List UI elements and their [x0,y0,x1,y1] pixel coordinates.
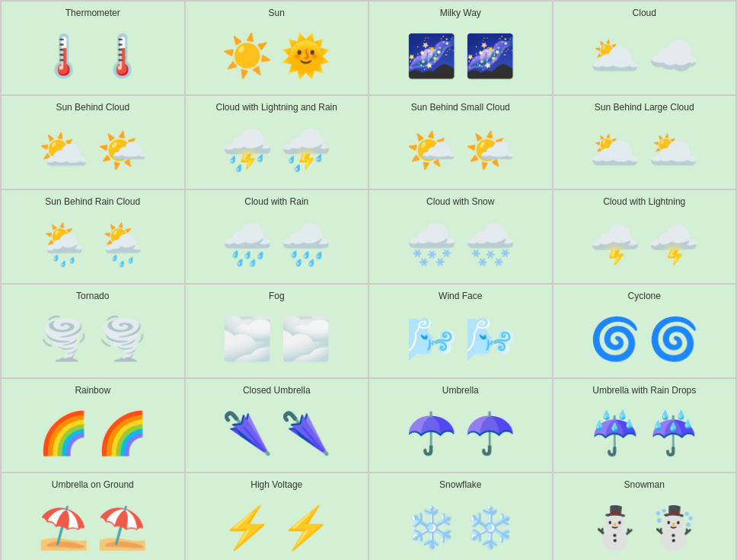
emoji-row-17: 🌂🌂 [222,400,331,466]
emoji-16-1: 🌈 [97,412,148,453]
emoji-row-7: 🌥️🌥️ [589,117,699,183]
emoji-15-0: 🌀 [589,318,640,359]
emoji-row-8: 🌦️🌦️ [38,212,148,277]
emoji-row-23: ⛄☃️ [589,495,699,560]
emoji-4-0: ⛅ [38,129,89,170]
cell-label-9: Cloud with Rain [244,196,308,207]
cell-label-11: Cloud with Lightning [603,196,685,207]
grid-cell-14: Wind Face🌬️🌬️ [369,285,552,377]
emoji-13-0: 🌫️ [222,318,273,359]
grid-cell-21: High Voltage⚡⚡ [186,473,368,560]
cell-label-19: Umbrella with Rain Drops [592,385,696,396]
emoji-19-1: ☔ [648,412,699,453]
grid-cell-11: Cloud with Lightning🌩️🌩️ [554,190,736,283]
emoji-11-1: 🌩️ [648,224,699,265]
grid-cell-4: Sun Behind Cloud⛅🌤️ [2,96,184,189]
emoji-row-6: 🌤️🌤️ [406,117,515,183]
cell-label-8: Sun Behind Rain Cloud [45,196,140,207]
emoji-9-0: 🌧️ [222,224,273,265]
emoji-5-1: ⛈️ [280,129,331,170]
emoji-row-12: 🌪️🌪️ [38,306,148,371]
emoji-21-1: ⚡ [280,507,331,548]
emoji-11-0: 🌩️ [589,224,640,265]
emoji-grid: Thermometer🌡️🌡️Sun☀️🌞Milky Way🌌🌌Cloud🌥️☁… [0,0,737,560]
grid-cell-2: Milky Way🌌🌌 [369,2,552,94]
cell-label-15: Cyclone [628,291,661,301]
emoji-9-1: 🌧️ [280,224,331,265]
emoji-8-0: 🌦️ [38,224,89,265]
cell-label-10: Cloud with Snow [426,196,494,207]
cell-label-1: Sun [269,8,285,18]
emoji-0-1: 🌡️ [97,35,148,76]
emoji-row-10: 🌨️🌨️ [406,212,515,277]
emoji-row-22: ❄️❄️ [406,495,515,560]
emoji-row-16: 🌈🌈 [38,400,148,466]
grid-cell-10: Cloud with Snow🌨️🌨️ [369,190,552,283]
cell-label-14: Wind Face [439,291,482,301]
grid-cell-19: Umbrella with Rain Drops☔☔ [554,379,736,472]
grid-cell-23: Snowman⛄☃️ [554,473,736,560]
emoji-16-0: 🌈 [38,412,89,453]
grid-cell-20: Umbrella on Ground⛱️⛱️ [2,473,184,560]
emoji-row-5: ⛈️⛈️ [222,117,331,183]
emoji-1-1: 🌞 [280,35,331,76]
emoji-row-2: 🌌🌌 [406,23,515,88]
grid-cell-0: Thermometer🌡️🌡️ [2,2,184,94]
cell-label-7: Sun Behind Large Cloud [595,102,694,113]
cell-label-20: Umbrella on Ground [52,479,134,490]
emoji-18-0: ☂️ [406,412,457,453]
emoji-5-0: ⛈️ [222,129,273,170]
emoji-0-0: 🌡️ [38,35,89,76]
emoji-row-1: ☀️🌞 [222,23,331,88]
emoji-10-0: 🌨️ [406,224,457,265]
cell-label-6: Sun Behind Small Cloud [411,102,510,113]
emoji-17-1: 🌂 [280,412,331,453]
emoji-21-0: ⚡ [222,507,273,548]
emoji-18-1: ☂️ [464,412,515,453]
emoji-row-11: 🌩️🌩️ [589,212,699,277]
grid-cell-6: Sun Behind Small Cloud🌤️🌤️ [369,96,552,189]
grid-cell-18: Umbrella☂️☂️ [369,379,552,472]
emoji-15-1: 🌀 [648,318,699,359]
grid-cell-5: Cloud with Lightning and Rain⛈️⛈️ [186,96,368,189]
emoji-row-3: 🌥️☁️ [589,23,699,88]
grid-cell-9: Cloud with Rain🌧️🌧️ [186,190,368,283]
emoji-10-1: 🌨️ [464,224,515,265]
grid-cell-13: Fog🌫️🌫️ [186,285,368,377]
cell-label-17: Closed Umbrella [243,385,311,396]
emoji-row-13: 🌫️🌫️ [222,306,331,371]
grid-cell-3: Cloud🌥️☁️ [554,2,736,94]
cell-label-22: Snowflake [439,479,481,490]
grid-cell-7: Sun Behind Large Cloud🌥️🌥️ [554,96,736,189]
grid-cell-1: Sun☀️🌞 [186,2,368,94]
grid-cell-22: Snowflake❄️❄️ [369,473,552,560]
emoji-8-1: 🌦️ [97,224,148,265]
emoji-7-0: 🌥️ [589,129,640,170]
emoji-row-21: ⚡⚡ [222,495,331,560]
emoji-14-1: 🌬️ [464,318,515,359]
cell-label-3: Cloud [633,8,656,18]
emoji-4-1: 🌤️ [97,129,148,170]
emoji-row-15: 🌀🌀 [589,306,699,371]
emoji-2-1: 🌌 [464,35,515,76]
cell-label-16: Rainbow [75,385,110,396]
emoji-6-0: 🌤️ [406,129,457,170]
emoji-23-1: ☃️ [648,507,699,548]
cell-label-23: Snowman [624,479,665,490]
emoji-20-0: ⛱️ [38,507,89,548]
emoji-22-0: ❄️ [406,507,457,548]
emoji-1-0: ☀️ [222,35,273,76]
emoji-row-18: ☂️☂️ [406,400,515,466]
emoji-22-1: ❄️ [464,507,515,548]
emoji-row-9: 🌧️🌧️ [222,212,331,277]
cell-label-5: Cloud with Lightning and Rain [216,102,337,113]
emoji-13-1: 🌫️ [280,318,331,359]
emoji-3-1: ☁️ [648,35,699,76]
emoji-12-1: 🌪️ [97,318,148,359]
emoji-20-1: ⛱️ [97,507,148,548]
emoji-row-4: ⛅🌤️ [38,117,148,183]
grid-cell-8: Sun Behind Rain Cloud🌦️🌦️ [2,190,184,283]
cell-label-13: Fog [269,291,285,301]
grid-cell-16: Rainbow🌈🌈 [2,379,184,472]
emoji-row-20: ⛱️⛱️ [38,495,148,560]
